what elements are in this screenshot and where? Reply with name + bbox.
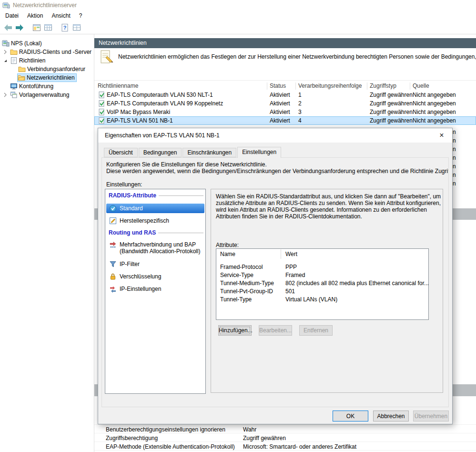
settings-item-bap[interactable]: Mehrfachverbindung und BAP (Bandwidth Al… bbox=[106, 240, 204, 256]
attribute-row[interactable]: Tunnel-Type Virtual LANs (VLAN) bbox=[216, 296, 428, 304]
vendor-specific-icon bbox=[109, 217, 117, 225]
attribute-value: Virtual LANs (VLAN) bbox=[285, 296, 337, 303]
dialog-tabs: Übersicht Bedingungen Einschränkungen Ei… bbox=[104, 147, 282, 158]
back-button[interactable] bbox=[2, 22, 14, 33]
menu-bar: Datei Aktion Ansicht ? bbox=[0, 10, 476, 21]
properties-view-button[interactable] bbox=[71, 22, 82, 33]
menu-aktion[interactable]: Aktion bbox=[23, 11, 47, 21]
menu-hilfe[interactable]: ? bbox=[75, 11, 87, 21]
add-attribute-button[interactable]: Hinzufügen... bbox=[218, 325, 252, 336]
column-richtlinienname[interactable]: Richtlinienname bbox=[98, 82, 138, 89]
settings-list-label: Einstellungen: bbox=[106, 181, 142, 188]
detail-value: Zugriff gewähren bbox=[243, 435, 286, 442]
show-console-tree-button[interactable] bbox=[31, 22, 42, 33]
policy-name: EAP-TLS Computerauth VLAN 530 NLT-1 bbox=[107, 92, 213, 98]
group-label: Routing und RAS bbox=[109, 229, 156, 236]
console-tree: NPS (Lokal) RADIUS-Clients und -Server R… bbox=[0, 34, 94, 452]
settings-item-label: Mehrfachverbindung und BAP (Bandwidth Al… bbox=[120, 241, 202, 255]
policy-status: Aktiviert bbox=[270, 100, 290, 107]
group-rule bbox=[159, 195, 203, 196]
policy-enabled-icon bbox=[98, 91, 106, 99]
tree-item-radius-clients[interactable]: RADIUS-Clients und -Server bbox=[0, 48, 94, 56]
tree-item-verbindungsanforderungen[interactable]: Verbindungsanforderur bbox=[0, 65, 94, 73]
attr-column-wert[interactable]: Wert bbox=[285, 251, 297, 257]
svg-text:?: ? bbox=[63, 25, 67, 31]
policy-order: 2 bbox=[298, 100, 302, 107]
tree-item-richtlinien[interactable]: Richtlinien bbox=[0, 56, 94, 65]
group-label: RADIUS-Attribute bbox=[109, 192, 156, 199]
detail-label: Zugriffsberechtigung bbox=[106, 435, 158, 442]
cancel-button[interactable]: Abbrechen bbox=[373, 411, 409, 421]
attribute-row[interactable]: Tunnel-Pvt-Group-ID 501 bbox=[216, 288, 428, 296]
detail-row[interactable]: Benutzerberechtigungseinstellungen ignor… bbox=[94, 424, 476, 433]
detail-row[interactable]: EAP-Methode (Extensible Authentication-P… bbox=[94, 442, 476, 450]
policy-access: Zugriff gewähren bbox=[370, 92, 413, 98]
menu-ansicht[interactable]: Ansicht bbox=[47, 11, 74, 21]
attribute-name: Framed-Protocol bbox=[220, 264, 263, 270]
policy-name: VoIP Mac Bypass Meraki bbox=[107, 109, 170, 115]
policy-source: Nicht angegeben bbox=[413, 117, 456, 124]
server-icon bbox=[2, 40, 10, 47]
attribute-row[interactable]: Service-Type Framed bbox=[216, 271, 428, 279]
menu-datei[interactable]: Datei bbox=[1, 11, 23, 21]
tree-item-netzwerkrichtlinien[interactable]: Netzwerkrichtlinien bbox=[0, 73, 94, 82]
settings-item-standard[interactable]: Standard bbox=[106, 204, 204, 213]
attr-column-name[interactable]: Name bbox=[220, 251, 235, 257]
settings-item-herstellerspezifisch[interactable]: Herstellerspezifisch bbox=[106, 216, 204, 226]
forward-button[interactable] bbox=[14, 22, 25, 33]
policy-enabled-icon bbox=[98, 117, 106, 124]
encryption-lock-icon bbox=[109, 273, 117, 280]
settings-item-ip-einstellungen[interactable]: IP-Einstellungen bbox=[106, 284, 204, 294]
column-zugriffstyp[interactable]: Zugriffstyp bbox=[370, 82, 396, 89]
policy-order: 4 bbox=[298, 117, 302, 124]
tab-einschraenkungen[interactable]: Einschränkungen bbox=[182, 148, 236, 157]
policy-status: Aktiviert bbox=[270, 117, 290, 124]
tree-item-nps-local[interactable]: NPS (Lokal) bbox=[0, 39, 94, 48]
column-divider bbox=[267, 82, 267, 90]
policy-row[interactable]: EAP-TLS Computerauth VLAN 99 Koppelnetz … bbox=[94, 99, 476, 108]
tree-item-vorlagenverwaltung[interactable]: Vorlagenverwaltung bbox=[0, 91, 94, 99]
settings-item-label: Herstellerspezifisch bbox=[120, 217, 169, 224]
settings-item-ip-filter[interactable]: IP-Filter bbox=[106, 259, 204, 269]
attributes-label: Attribute: bbox=[216, 242, 239, 248]
tab-einstellungen[interactable]: Einstellungen bbox=[237, 147, 281, 158]
tree-item-label: NPS (Lokal) bbox=[11, 40, 42, 47]
attributes-table-header: Name Wert bbox=[216, 249, 428, 259]
policy-status: Aktiviert bbox=[270, 92, 290, 98]
policy-row-selected[interactable]: EAP-TLS VLAN 501 NB-1 Aktiviert 4 Zugrif… bbox=[94, 116, 476, 125]
settings-intro-line2: Diese werden angewendet, wenn die Beding… bbox=[106, 168, 449, 175]
group-radius-attributes: RADIUS-Attribute bbox=[105, 191, 205, 200]
ok-button[interactable]: OK bbox=[333, 411, 368, 421]
policy-access: Zugriff gewähren bbox=[370, 100, 413, 107]
results-pane-header: Netzwerkrichtlinien bbox=[94, 38, 476, 48]
tree-item-label: Richtlinien bbox=[19, 57, 45, 64]
close-icon[interactable]: × bbox=[434, 129, 449, 142]
list-header-divider bbox=[94, 80, 476, 81]
attribute-row[interactable]: Tunnel-Medium-Type 802 (includes all 802… bbox=[216, 279, 428, 288]
policy-row[interactable]: EAP-TLS Computerauth VLAN 530 NLT-1 Akti… bbox=[94, 91, 476, 99]
settings-category-list: RADIUS-Attribute Standard Herstellerspez… bbox=[105, 189, 206, 394]
tab-bedingungen[interactable]: Bedingungen bbox=[139, 148, 182, 157]
export-list-button[interactable] bbox=[42, 22, 54, 33]
policy-row[interactable]: VoIP Mac Bypass Meraki Aktiviert 3 Zugri… bbox=[94, 108, 476, 116]
attribute-row[interactable]: Framed-Protocol PPP bbox=[216, 263, 428, 271]
tree-item-kontofuehrung[interactable]: Kontoführung bbox=[0, 82, 94, 91]
standard-attributes-panel: Wählen Sie ein RADIUS-Standardattribut a… bbox=[211, 189, 443, 393]
column-status[interactable]: Status bbox=[270, 82, 286, 89]
tree-item-label: Verbindungsanforderur bbox=[27, 66, 85, 72]
settings-item-verschluesselung[interactable]: Verschlüsselung bbox=[106, 272, 204, 281]
column-divider bbox=[295, 82, 296, 90]
folder-icon bbox=[10, 48, 18, 56]
column-verarbeitungsreihenfolge[interactable]: Verarbeitungsreihenfolge bbox=[298, 82, 362, 89]
detail-label: EAP-Methode (Extensible Authentication-P… bbox=[106, 443, 235, 450]
column-divider bbox=[410, 82, 410, 90]
detail-row[interactable]: Zugriffsberechtigung Zugriff gewähren bbox=[94, 433, 476, 442]
column-quelle[interactable]: Quelle bbox=[413, 82, 429, 89]
help-button[interactable]: ? bbox=[60, 22, 71, 33]
pane-description: Netzwerkrichtlinien ermöglichen das Fest… bbox=[118, 53, 476, 60]
console-window-icon bbox=[32, 23, 41, 32]
detail-row[interactable]: Authentifizierungsmethode EAP bbox=[94, 450, 476, 452]
tab-uebersicht[interactable]: Übersicht bbox=[104, 148, 138, 157]
properties-dialog: Eigenschaften von EAP-TLS VLAN 501 NB-1 … bbox=[98, 128, 453, 424]
tree-item-label: Netzwerkrichtlinien bbox=[27, 74, 75, 81]
